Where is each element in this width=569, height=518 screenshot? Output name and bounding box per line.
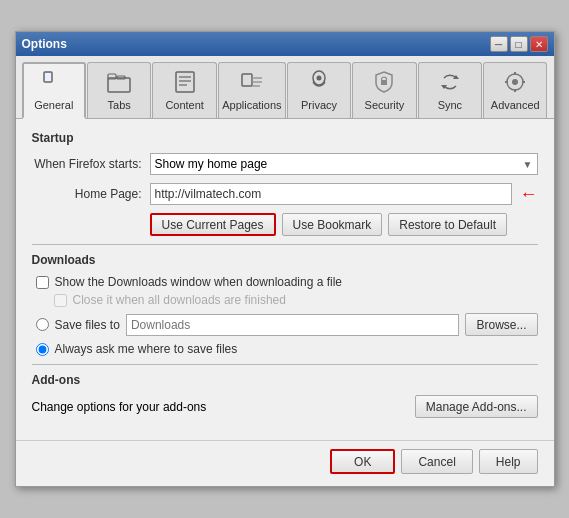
restore-to-default-button[interactable]: Restore to Default	[388, 213, 507, 236]
save-files-label: Save files to	[55, 318, 120, 332]
tab-bar: General Tabs Cont	[16, 56, 554, 119]
startup-dropdown[interactable]: Show my home page ▼	[150, 153, 538, 175]
tab-privacy[interactable]: Privacy	[287, 62, 351, 118]
title-bar: Options ─ □ ✕	[16, 32, 554, 56]
use-bookmark-button[interactable]: Use Bookmark	[282, 213, 383, 236]
tab-privacy-label: Privacy	[301, 99, 337, 111]
help-button[interactable]: Help	[479, 449, 538, 474]
red-arrow-icon: ←	[520, 184, 538, 205]
window-title: Options	[22, 37, 67, 51]
advanced-icon	[501, 68, 529, 96]
svg-rect-9	[242, 74, 252, 86]
homepage-buttons-row: Use Current Pages Use Bookmark Restore t…	[150, 213, 538, 236]
downloads-section: Downloads Show the Downloads window when…	[32, 253, 538, 356]
tab-security[interactable]: Security	[352, 62, 416, 118]
cancel-button[interactable]: Cancel	[401, 449, 472, 474]
title-bar-buttons: ─ □ ✕	[490, 36, 548, 52]
applications-icon	[238, 68, 266, 96]
always-ask-label: Always ask me where to save files	[55, 342, 238, 356]
close-button[interactable]: ✕	[530, 36, 548, 52]
manage-addons-row: Change options for your add-ons Manage A…	[32, 395, 538, 418]
close-downloads-label: Close it when all downloads are finished	[73, 293, 286, 307]
arrow-indicator: ←	[520, 184, 538, 205]
tabs-icon	[105, 68, 133, 96]
minimize-button[interactable]: ─	[490, 36, 508, 52]
save-files-radio[interactable]	[36, 318, 49, 331]
home-page-input[interactable]	[150, 183, 512, 205]
when-firefox-starts-label: When Firefox starts:	[32, 157, 142, 171]
security-icon	[370, 68, 398, 96]
close-downloads-checkbox[interactable]	[54, 294, 67, 307]
svg-rect-1	[45, 73, 51, 81]
tab-content[interactable]: Content	[152, 62, 216, 118]
tab-advanced-label: Advanced	[491, 99, 540, 111]
addons-description: Change options for your add-ons	[32, 400, 207, 414]
tab-sync[interactable]: Sync	[418, 62, 482, 118]
when-firefox-starts-row: When Firefox starts: Show my home page ▼	[32, 153, 538, 175]
general-icon	[40, 68, 68, 96]
browse-button[interactable]: Browse...	[465, 313, 537, 336]
tab-sync-label: Sync	[438, 99, 462, 111]
svg-rect-2	[108, 78, 130, 92]
ok-button[interactable]: OK	[330, 449, 395, 474]
addons-section: Add-ons Change options for your add-ons …	[32, 373, 538, 418]
options-dialog: Options ─ □ ✕ General	[15, 31, 555, 487]
show-downloads-checkbox[interactable]	[36, 276, 49, 289]
sync-icon	[436, 68, 464, 96]
tab-content-label: Content	[165, 99, 204, 111]
tab-advanced[interactable]: Advanced	[483, 62, 547, 118]
divider-2	[32, 364, 538, 365]
home-page-row: Home Page: ←	[32, 183, 538, 205]
tab-applications-label: Applications	[222, 99, 281, 111]
divider-1	[32, 244, 538, 245]
use-current-pages-button[interactable]: Use Current Pages	[150, 213, 276, 236]
dropdown-arrow-icon: ▼	[523, 159, 533, 170]
tab-security-label: Security	[365, 99, 405, 111]
save-files-row: Save files to Browse...	[36, 313, 538, 336]
always-ask-row: Always ask me where to save files	[36, 342, 538, 356]
show-downloads-label: Show the Downloads window when downloadi…	[55, 275, 343, 289]
tab-tabs-label: Tabs	[108, 99, 131, 111]
main-content: Startup When Firefox starts: Show my hom…	[16, 119, 554, 440]
svg-point-19	[512, 79, 518, 85]
tab-applications[interactable]: Applications	[218, 62, 286, 118]
always-ask-radio[interactable]	[36, 343, 49, 356]
svg-rect-5	[176, 72, 194, 92]
maximize-button[interactable]: □	[510, 36, 528, 52]
home-page-label: Home Page:	[32, 187, 142, 201]
close-downloads-row: Close it when all downloads are finished	[54, 293, 538, 307]
startup-section-title: Startup	[32, 131, 538, 145]
show-downloads-row: Show the Downloads window when downloadi…	[36, 275, 538, 289]
svg-rect-15	[381, 80, 387, 85]
content-icon	[171, 68, 199, 96]
tab-tabs[interactable]: Tabs	[87, 62, 151, 118]
downloads-section-title: Downloads	[32, 253, 538, 267]
startup-dropdown-value: Show my home page	[155, 157, 268, 171]
privacy-icon	[305, 68, 333, 96]
manage-addons-button[interactable]: Manage Add-ons...	[415, 395, 538, 418]
svg-point-14	[317, 76, 322, 81]
footer-buttons: OK Cancel Help	[16, 440, 554, 486]
tab-general-label: General	[34, 99, 73, 111]
addons-section-title: Add-ons	[32, 373, 538, 387]
save-files-input[interactable]	[126, 314, 460, 336]
tab-general[interactable]: General	[22, 62, 87, 119]
